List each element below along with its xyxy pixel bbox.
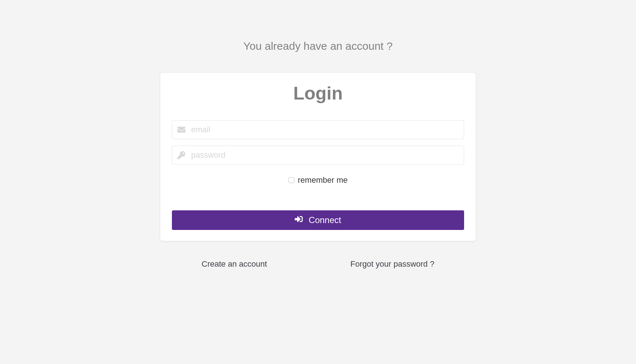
remember-row: remember me [172, 175, 464, 185]
page-heading: You already have an account ? [243, 40, 393, 52]
signin-icon [295, 215, 303, 225]
forgot-password-link[interactable]: Forgot your password ? [350, 259, 434, 269]
card-title: Login [172, 83, 464, 104]
password-group [172, 146, 464, 165]
connect-button[interactable]: Connect [172, 210, 464, 230]
remember-label: remember me [298, 175, 348, 185]
email-field[interactable] [172, 120, 464, 139]
create-account-link[interactable]: Create an account [202, 259, 267, 269]
email-group [172, 120, 464, 139]
key-icon [177, 151, 186, 159]
login-card: Login remember me Connect [160, 72, 476, 241]
password-field[interactable] [172, 146, 464, 165]
connect-label: Connect [309, 215, 341, 225]
envelope-icon [177, 125, 186, 134]
links-row: Create an account Forgot your password ? [160, 259, 476, 269]
remember-checkbox[interactable] [289, 177, 294, 183]
